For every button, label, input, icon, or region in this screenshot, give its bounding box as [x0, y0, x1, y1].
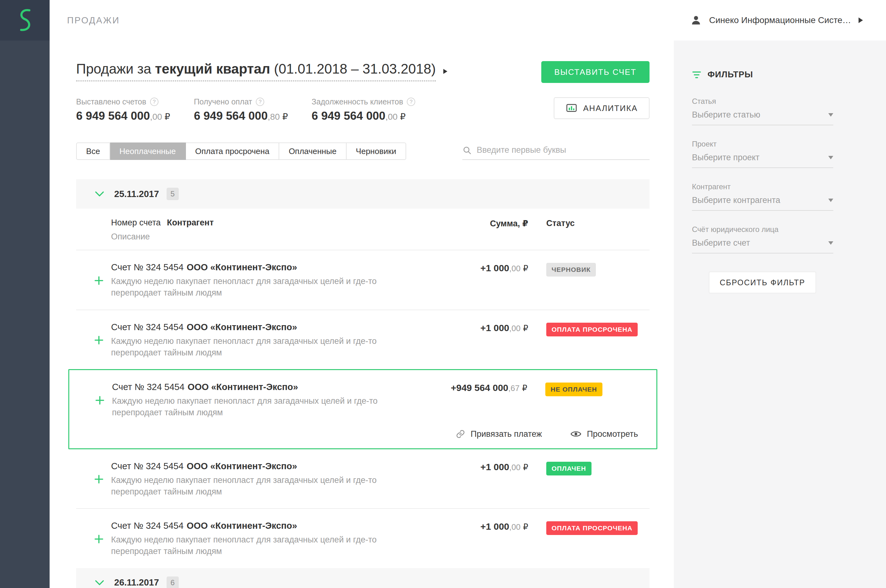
invoice-title: Счет № 324 5454ООО «Континент-Экспо»: [112, 382, 415, 392]
select-placeholder: Выберите контрагента: [692, 195, 780, 205]
invoice-amount: +1 000,00₽: [428, 520, 528, 532]
attach-payment-label: Привязать платеж: [471, 429, 542, 439]
chart-icon: [566, 102, 578, 114]
reset-filters-button[interactable]: СБРОСИТЬ ФИЛЬТР: [709, 272, 816, 293]
help-icon[interactable]: [150, 98, 158, 106]
help-icon[interactable]: [256, 98, 264, 106]
chevron-down-icon[interactable]: [95, 191, 104, 197]
create-invoice-button[interactable]: ВЫСТАВИТЬ СЧЕТ: [541, 61, 650, 83]
caret-down-icon: [828, 241, 833, 245]
user-icon: [690, 15, 702, 26]
help-icon[interactable]: [407, 98, 415, 106]
status-badge: ЧЕРНОВИК: [546, 263, 596, 276]
topbar: ПРОДАЖИ Синеко Информационные Систе…: [0, 0, 886, 40]
stat-value: 6 949 564 000,80₽: [194, 110, 287, 123]
user-menu[interactable]: Синеко Информационные Систе…: [690, 15, 863, 26]
status-badge: НЕ ОПЛАЧЕН: [545, 382, 602, 396]
view-action[interactable]: Просмотреть: [571, 429, 638, 439]
stat-value: 6 949 564 000,00₽: [76, 110, 170, 123]
tab-all[interactable]: Все: [76, 142, 110, 160]
col-status: Статус: [546, 219, 575, 228]
expand-plus-icon[interactable]: [94, 474, 104, 484]
invoice-amount: +949 564 000,67₽: [427, 382, 527, 393]
filter-project: Проект Выберите проект: [692, 140, 833, 168]
expand-plus-icon[interactable]: [94, 534, 104, 544]
filters-header: ФИЛЬТРЫ: [692, 70, 886, 80]
chevron-down-icon[interactable]: [95, 580, 104, 585]
filter-contragent: Контрагент Выберите контрагента: [692, 182, 833, 211]
tab-overdue[interactable]: Оплата просрочена: [186, 142, 280, 160]
invoice-amount: +1 000,00₽: [428, 262, 528, 273]
status-badge: ОПЛАТА ПРОСРОЧЕНА: [546, 322, 638, 336]
period-selector[interactable]: Продажи за текущий квартал (01.01.2018 –…: [76, 61, 436, 81]
stat-label: Получено оплат: [194, 97, 252, 106]
stat-label: Выставлено счетов: [76, 97, 146, 106]
invoice-row[interactable]: Счет № 324 5454ООО «Континент-Экспо» Каж…: [76, 449, 650, 508]
period-caret-icon[interactable]: [443, 69, 447, 74]
app-logo[interactable]: [0, 0, 50, 40]
select-placeholder: Выберите счет: [692, 238, 750, 248]
analytics-button[interactable]: АНАЛИТИКА: [554, 97, 650, 119]
expand-plus-icon[interactable]: [94, 276, 104, 285]
invoice-amount: +1 000,00₽: [428, 322, 528, 333]
col-sum: Сумма, ₽: [490, 219, 528, 228]
filters-title: ФИЛЬТРЫ: [707, 70, 753, 80]
invoice-row[interactable]: Счет № 324 5454ООО «Континент-Экспо» Каж…: [76, 250, 650, 310]
expand-plus-icon[interactable]: [94, 336, 104, 345]
filter-label: Проект: [692, 140, 833, 148]
stat-value: 6 949 564 000,00₽: [312, 110, 415, 123]
group-header-26-11[interactable]: 26.11.2017 6: [76, 568, 650, 588]
filter-article: Статья Выберите статью: [692, 97, 833, 125]
caret-down-icon: [828, 156, 833, 159]
group-count-badge: 5: [167, 188, 179, 200]
filter-label: Статья: [692, 97, 833, 106]
caret-down-icon: [828, 199, 833, 202]
search-box[interactable]: [462, 145, 650, 160]
page-title[interactable]: Продажи за текущий квартал (01.01.2018 –…: [76, 61, 447, 81]
invoice-row-selected[interactable]: Счет № 324 5454ООО «Континент-Экспо» Каж…: [68, 369, 657, 449]
expand-plus-icon[interactable]: [95, 396, 104, 405]
contragent-select[interactable]: Выберите контрагента: [692, 195, 833, 211]
stat-debt: Задолженность клиентов 6 949 564 000,00₽: [312, 97, 415, 123]
article-select[interactable]: Выберите статью: [692, 110, 833, 125]
col-number: Номер счета: [111, 218, 161, 228]
app-title: ПРОДАЖИ: [67, 15, 120, 26]
filter-icon: [692, 70, 701, 79]
filters-panel: ФИЛЬТРЫ Статья Выберите статью Проект Вы…: [674, 40, 886, 588]
search-input[interactable]: [477, 145, 650, 155]
invoice-description: Каждую неделю пакупает пенопласт для заг…: [111, 474, 379, 498]
col-description: Описание: [111, 232, 416, 242]
tab-paid[interactable]: Оплаченные: [279, 142, 346, 160]
caret-down-icon: [828, 113, 833, 117]
status-badge: ОПЛАЧЕН: [546, 462, 591, 476]
col-contragent: Контрагент: [167, 218, 214, 228]
invoice-title: Счет № 324 5454ООО «Континент-Экспо»: [111, 461, 416, 471]
logo-s-icon: [15, 7, 35, 33]
title-period-name: текущий квартал: [155, 61, 270, 76]
invoice-row[interactable]: Счет № 324 5454ООО «Континент-Экспо» Каж…: [76, 508, 650, 568]
filter-label: Контрагент: [692, 182, 833, 191]
title-row: Продажи за текущий квартал (01.01.2018 –…: [76, 61, 650, 83]
group-date: 26.11.2017: [114, 578, 159, 588]
table-header: Номер счета Контрагент Описание Сумма, ₽…: [76, 208, 650, 250]
project-select[interactable]: Выберите проект: [692, 153, 833, 168]
view-label: Просмотреть: [587, 429, 638, 439]
link-icon: [456, 429, 465, 439]
title-prefix: Продажи за: [76, 61, 151, 76]
tab-drafts[interactable]: Черновики: [347, 142, 406, 160]
tab-unpaid[interactable]: Неоплаченные: [110, 142, 186, 160]
invoice-description: Каждую неделю пакупает пенопласт для заг…: [111, 276, 379, 299]
stat-label: Задолженность клиентов: [312, 97, 403, 106]
group-header-25-11[interactable]: 25.11.2017 5: [76, 179, 650, 208]
invoice-row[interactable]: Счет № 324 5454ООО «Континент-Экспо» Каж…: [76, 310, 650, 369]
invoice-description: Каждую неделю пакупает пенопласт для заг…: [112, 395, 380, 419]
invoice-list: 25.11.2017 5 Номер счета Контрагент Опис…: [76, 179, 650, 588]
group-count-badge: 6: [167, 576, 179, 588]
title-period-dates: (01.01.2018 – 31.03.2018): [274, 61, 436, 76]
main-content: Продажи за текущий квартал (01.01.2018 –…: [50, 40, 674, 588]
attach-payment-action[interactable]: Привязать платеж: [456, 429, 542, 439]
filter-legal-account: Счёт юридического лица Выберите счет: [692, 225, 833, 254]
eye-icon: [571, 430, 581, 438]
group-date: 25.11.2017: [114, 189, 159, 199]
legal-account-select[interactable]: Выберите счет: [692, 238, 833, 254]
